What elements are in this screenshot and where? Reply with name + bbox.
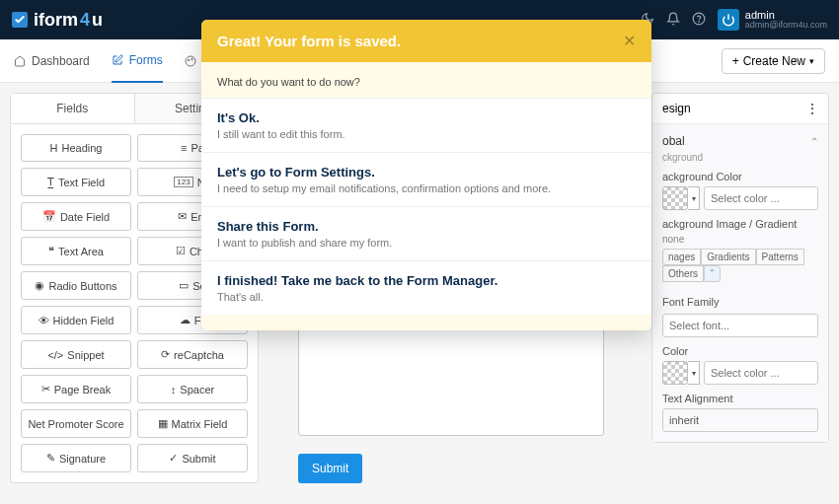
modal-header: Great! Your form is saved. ✕ bbox=[201, 20, 651, 62]
save-modal: Great! Your form is saved. ✕ What do you… bbox=[201, 20, 651, 330]
modal-opt-form-settings[interactable]: Let's go to Form Settings. I need to set… bbox=[201, 152, 651, 206]
modal-opt-share-form[interactable]: Share this Form. I want to publish and s… bbox=[201, 206, 651, 260]
modal-opt-form-manager[interactable]: I finished! Take me back to the Form Man… bbox=[201, 260, 651, 315]
modal-opt3-desc: I want to publish and share my form. bbox=[217, 237, 636, 249]
modal-opt4-desc: That's all. bbox=[217, 291, 636, 303]
modal-opt-continue-editing[interactable]: It's Ok. I still want to edit this form. bbox=[201, 98, 651, 152]
modal-footer-pad bbox=[201, 315, 651, 330]
modal-opt2-title: Let's go to Form Settings. bbox=[217, 165, 636, 180]
modal-opt1-title: It's Ok. bbox=[217, 110, 636, 125]
modal-opt3-title: Share this Form. bbox=[217, 219, 636, 234]
modal-opt2-desc: I need to setup my email notifications, … bbox=[217, 182, 636, 194]
modal-opt1-desc: I still want to edit this form. bbox=[217, 128, 636, 140]
close-icon[interactable]: ✕ bbox=[623, 32, 636, 50]
modal-opt4-title: I finished! Take me back to the Form Man… bbox=[217, 273, 636, 288]
modal-title: Great! Your form is saved. bbox=[217, 33, 401, 49]
modal-question: What do you want to do now? bbox=[201, 62, 651, 98]
modal-overlay: Great! Your form is saved. ✕ What do you… bbox=[0, 0, 839, 504]
